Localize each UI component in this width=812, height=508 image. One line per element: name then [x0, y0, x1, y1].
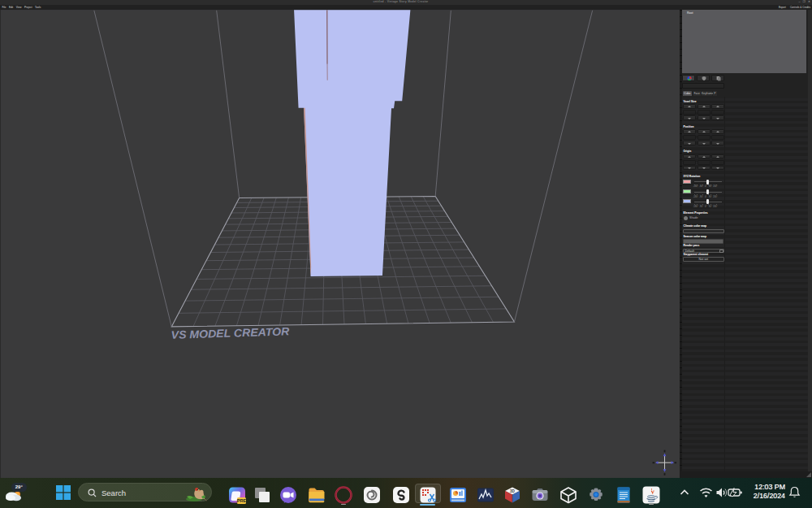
svg-text:PRE: PRE [236, 498, 246, 503]
svg-text:3D: 3D [510, 489, 516, 493]
